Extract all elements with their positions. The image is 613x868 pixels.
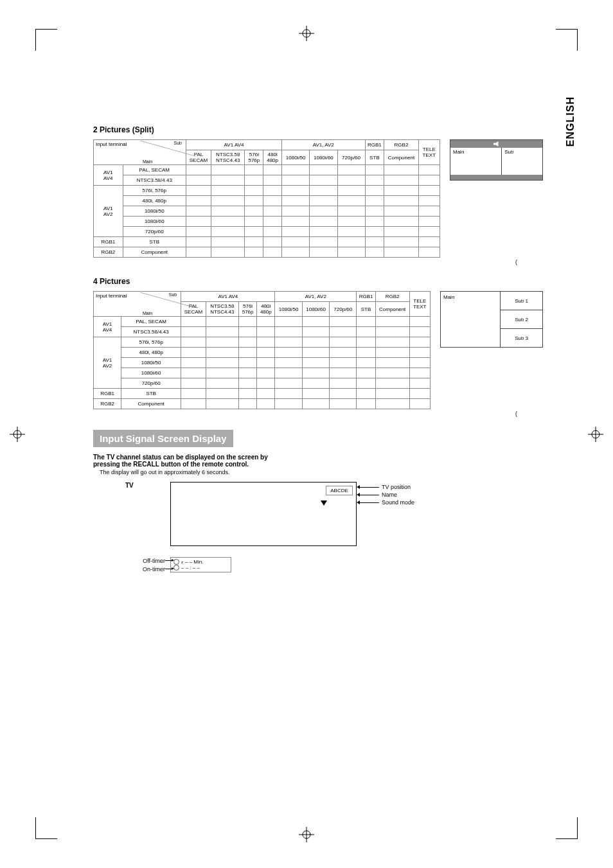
row-label: RGB1 bbox=[94, 389, 121, 399]
section-heading-4pictures: 4 Pictures bbox=[93, 277, 543, 286]
tv-screen-box: ABCDE bbox=[170, 482, 357, 546]
main-label: Main bbox=[143, 159, 152, 164]
col-header: RGB2 bbox=[375, 292, 409, 302]
col-header: RGB1 bbox=[365, 140, 384, 150]
timer-min: – – Min. bbox=[185, 559, 203, 565]
col-header: 1080i/60 bbox=[310, 150, 337, 165]
registration-mark bbox=[299, 827, 314, 842]
row-label: Component bbox=[121, 399, 181, 409]
preview-sub2: Sub 2 bbox=[501, 310, 542, 329]
preview-main: Main bbox=[450, 148, 502, 175]
crop-mark bbox=[35, 817, 57, 839]
input-terminal-label: Input terminal bbox=[96, 293, 127, 299]
row-group: AV1 AV2 bbox=[94, 337, 121, 389]
col-header: AV1, AV2 bbox=[275, 292, 357, 302]
registration-mark bbox=[10, 427, 25, 442]
split-table: Input terminal Sub Main AV1 AV4 AV1, AV2… bbox=[93, 139, 440, 258]
col-header: Component bbox=[375, 302, 409, 317]
col-header: NTSC3.58 NTSC4.43 bbox=[206, 302, 238, 317]
split-preview: Main Sub bbox=[450, 139, 543, 181]
svg-line-12 bbox=[140, 141, 195, 156]
paren-mark: ( bbox=[93, 259, 543, 265]
label-soundmode: Sound mode bbox=[382, 499, 414, 506]
col-header: AV1, AV2 bbox=[282, 140, 365, 150]
row-group: AV1 AV4 bbox=[94, 165, 123, 186]
paren-mark: ( bbox=[93, 411, 543, 417]
row-label: STB bbox=[123, 237, 186, 247]
col-header: Component bbox=[384, 150, 418, 165]
timer-box: z– – Min. – – : – – bbox=[170, 557, 231, 572]
col-header: 480i 480p bbox=[263, 150, 282, 165]
four-preview: Main Sub 1 Sub 2 Sub 3 bbox=[440, 291, 543, 348]
callout-labels: TV position Name Sound mode bbox=[360, 484, 414, 507]
chevron-down-icon bbox=[321, 500, 327, 506]
preview-main: Main bbox=[441, 292, 501, 347]
clock-icon bbox=[173, 559, 179, 565]
desc-line1: The TV channel status can be displayed o… bbox=[93, 454, 543, 461]
row-label: PAL, SECAM bbox=[123, 165, 186, 175]
row-label: RGB2 bbox=[94, 399, 121, 409]
label-name: Name bbox=[382, 492, 397, 498]
row-label: 480i, 480p bbox=[121, 348, 181, 358]
col-header: 1080i/50 bbox=[275, 302, 302, 317]
language-label: ENGLISH bbox=[565, 96, 576, 146]
row-label: 1080i/60 bbox=[121, 368, 181, 378]
position-box: ABCDE bbox=[326, 486, 353, 495]
tv-diagram: TV ABCDE TV position Name Sound mode Off… bbox=[125, 482, 447, 591]
col-header: 1080i/60 bbox=[302, 302, 329, 317]
timer-labels: Off-timer On-timer bbox=[119, 557, 165, 574]
row-label: RGB1 bbox=[94, 237, 123, 247]
section-bar-input-signal: Input Signal Screen Display bbox=[93, 430, 233, 447]
col-header: NTSC3.58 NTSC4.43 bbox=[211, 150, 245, 165]
input-terminal-label: Input terminal bbox=[96, 141, 127, 147]
label-ontimer: On-timer bbox=[119, 565, 165, 574]
timer-time: – – : – – bbox=[181, 565, 200, 571]
col-header: STB bbox=[365, 150, 384, 165]
col-header: TELE TEXT bbox=[409, 292, 430, 317]
col-header: 576i 576p bbox=[245, 150, 263, 165]
preview-sub1: Sub 1 bbox=[501, 292, 542, 310]
row-label: NTSC3.58/4.43 bbox=[123, 175, 186, 186]
crop-mark bbox=[556, 817, 578, 839]
clock-icon bbox=[173, 565, 179, 571]
sub-label: Sub bbox=[174, 141, 182, 145]
col-header: RGB2 bbox=[384, 140, 418, 150]
row-label: 720p/60 bbox=[121, 378, 181, 389]
row-group: AV1 AV2 bbox=[94, 186, 123, 237]
row-label: 1080i/60 bbox=[123, 217, 186, 227]
section-heading-split: 2 Pictures (Split) bbox=[93, 125, 543, 134]
registration-mark bbox=[299, 26, 314, 41]
col-header: STB bbox=[357, 302, 376, 317]
tv-label: TV bbox=[125, 482, 134, 489]
row-label: STB bbox=[121, 389, 181, 399]
speaker-icon bbox=[493, 141, 500, 146]
col-header: AV1 AV4 bbox=[186, 140, 281, 150]
preview-sub: Sub bbox=[502, 148, 542, 175]
col-header: 720p/60 bbox=[330, 302, 357, 317]
row-label: NTSC3.58/4.43 bbox=[121, 327, 181, 337]
col-header: TELE TEXT bbox=[418, 140, 440, 165]
row-label: PAL, SECAM bbox=[121, 317, 181, 327]
svg-line-13 bbox=[140, 292, 195, 308]
four-pictures-table: Input terminal Sub Main AV1 AV4 AV1, AV2… bbox=[93, 291, 431, 409]
sub-label: Sub bbox=[169, 292, 177, 297]
desc-line3: The display will go out in approximately… bbox=[100, 469, 543, 475]
col-header: 480i 480p bbox=[257, 302, 275, 317]
preview-sub3: Sub 3 bbox=[501, 329, 542, 347]
col-header: 1080i/50 bbox=[282, 150, 310, 165]
row-label: 576i, 576p bbox=[123, 186, 186, 196]
col-header: 720p/60 bbox=[337, 150, 365, 165]
row-label: 576i, 576p bbox=[121, 337, 181, 348]
row-label: 1080i/50 bbox=[123, 206, 186, 217]
col-header: 576i 576p bbox=[238, 302, 256, 317]
label-offtimer: Off-timer bbox=[119, 557, 165, 565]
col-header: RGB1 bbox=[357, 292, 376, 302]
row-label: 1080i/50 bbox=[121, 358, 181, 368]
row-label: Component bbox=[123, 247, 186, 258]
desc-line2: pressing the RECALL button of the remote… bbox=[93, 461, 543, 468]
row-group: AV1 AV4 bbox=[94, 317, 121, 337]
crop-mark bbox=[35, 29, 57, 51]
row-label: 480i, 480p bbox=[123, 196, 186, 206]
label-tvposition: TV position bbox=[382, 484, 411, 490]
crop-mark bbox=[556, 29, 578, 51]
